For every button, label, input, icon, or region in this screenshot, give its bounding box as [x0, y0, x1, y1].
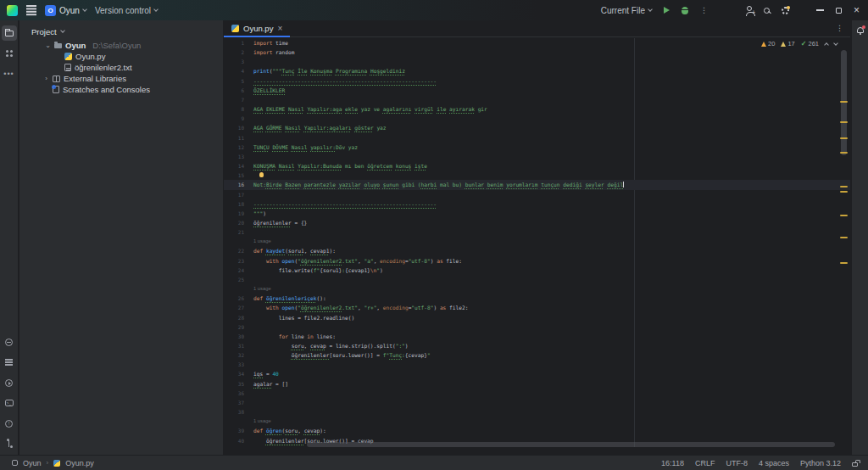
- line-number[interactable]: 23: [224, 256, 244, 266]
- usage-inlay[interactable]: 1 usage: [224, 417, 850, 426]
- line-number[interactable]: 9: [224, 114, 244, 123]
- code-line-39[interactable]: 39def öğren(soru, cevap):: [224, 426, 850, 435]
- warning-stripe-mark[interactable]: [840, 215, 848, 216]
- python-console-tool-button[interactable]: [2, 334, 17, 350]
- code-line-2[interactable]: 2import random: [224, 48, 850, 57]
- interpreter-selector[interactable]: Python 3.12: [800, 459, 841, 467]
- line-number[interactable]: 10: [224, 123, 244, 132]
- code-line-11[interactable]: 11: [224, 133, 850, 143]
- tree-item-external-libraries[interactable]: › External Libraries: [19, 73, 223, 84]
- code-line-32[interactable]: 32 öğrenilenler[soru.lower()] = f"Tunç:{…: [224, 350, 850, 360]
- code-line-36[interactable]: 36: [224, 389, 850, 398]
- code-line-31[interactable]: 31 soru, cevap = line.strip().split(":"): [224, 341, 850, 350]
- line-number[interactable]: 22: [224, 246, 244, 255]
- prev-problem-icon[interactable]: [824, 42, 829, 48]
- code-line-37[interactable]: 37: [224, 398, 850, 407]
- warning-stripe-mark[interactable]: [840, 152, 848, 154]
- code-line-13[interactable]: 13: [224, 152, 850, 161]
- python-packages-tool-button[interactable]: [2, 355, 17, 370]
- line-number[interactable]: 17: [224, 190, 244, 199]
- breadcrumb-project[interactable]: Oyun: [23, 459, 42, 467]
- line-number[interactable]: 20: [224, 218, 244, 227]
- window-maximize-button[interactable]: [836, 8, 842, 14]
- code-line-17[interactable]: 17: [224, 190, 850, 199]
- usage-inlay[interactable]: 1 usage: [224, 237, 850, 246]
- line-number[interactable]: 24: [224, 266, 244, 275]
- horizontal-scrollbar-thumb[interactable]: [307, 442, 835, 447]
- line-number[interactable]: 27: [224, 303, 244, 312]
- intention-bulb-icon[interactable]: [259, 172, 264, 177]
- line-number[interactable]: 38: [224, 407, 244, 417]
- warning-stripe-mark[interactable]: [840, 121, 848, 123]
- line-number[interactable]: 7: [224, 95, 244, 104]
- line-number[interactable]: 29: [224, 322, 244, 332]
- project-widget[interactable]: O Oyun: [45, 5, 86, 16]
- breadcrumb-file[interactable]: Oyun.py: [65, 459, 94, 467]
- line-number[interactable]: 32: [224, 350, 244, 360]
- structure-tool-button[interactable]: [2, 46, 17, 61]
- line-number[interactable]: 13: [224, 152, 244, 161]
- code-line-10[interactable]: 10AGA GÖRME Nasıl Yapılır:agaları göster…: [224, 123, 850, 132]
- line-number[interactable]: 11: [224, 133, 244, 143]
- code-line-25[interactable]: 25: [224, 275, 850, 284]
- code-line-4[interactable]: 4print("""Tunç İle Konuşma Programına Ho…: [224, 66, 850, 76]
- line-number[interactable]: 12: [224, 143, 244, 152]
- cursor-position[interactable]: 16:118: [661, 459, 684, 467]
- chevron-expanded-icon[interactable]: ⌄: [45, 42, 51, 49]
- line-number[interactable]: 36: [224, 389, 244, 398]
- line-number[interactable]: 37: [224, 398, 244, 407]
- line-number[interactable]: 21: [224, 227, 244, 237]
- readonly-lock-icon[interactable]: [852, 462, 858, 467]
- line-number[interactable]: 14: [224, 161, 244, 171]
- code-line-35[interactable]: 35agalar = []: [224, 379, 850, 389]
- code-line-27[interactable]: 27 with open("öğrenilenler2.txt", "r+", …: [224, 303, 850, 312]
- tab-oyun-py[interactable]: Oyun.py ×: [224, 20, 290, 36]
- encoding-selector[interactable]: UTF-8: [726, 459, 748, 467]
- code-line-6[interactable]: 6ÖZELLİKLER: [224, 86, 850, 95]
- run-configuration-selector[interactable]: Current File: [601, 6, 652, 15]
- line-number[interactable]: 5: [224, 76, 244, 86]
- code-line-26[interactable]: 26def öğrenilenleriçek():: [224, 294, 850, 303]
- code-line-21[interactable]: 21: [224, 227, 850, 237]
- inspections-widget[interactable]: 20 17 ✓ 261: [761, 40, 837, 48]
- version-control-tool-button[interactable]: [2, 436, 17, 451]
- code-with-me-icon[interactable]: +: [747, 6, 752, 11]
- line-number[interactable]: 33: [224, 360, 244, 369]
- line-number[interactable]: 16: [224, 180, 244, 189]
- code-line-12[interactable]: 12TUNÇU DÖVME Nasıl yapılır:Döv yaz: [224, 143, 850, 152]
- editor-options-icon[interactable]: ⋮: [836, 25, 843, 32]
- code-line-9[interactable]: 9: [224, 114, 850, 123]
- line-number[interactable]: 8: [224, 104, 244, 114]
- indent-selector[interactable]: 4 spaces: [759, 459, 789, 467]
- code-line-22[interactable]: 22def kaydet(soru1, cevap1):: [224, 246, 850, 255]
- code-line-24[interactable]: 24 file.write(f"{soru1}:{cevap1}\n"): [224, 266, 850, 275]
- services-tool-button[interactable]: [2, 375, 17, 390]
- warning-stripe-mark[interactable]: [840, 101, 848, 103]
- more-run-actions-icon[interactable]: ⋮: [700, 7, 708, 14]
- line-number[interactable]: 30: [224, 332, 244, 341]
- code-line-16[interactable]: 16Not:Birde Bazen parantezle yazılar olu…: [224, 180, 850, 189]
- code-line-8[interactable]: 8AGA EKLEME Nasıl Yapılır:aga ekle yaz v…: [224, 104, 850, 114]
- line-number[interactable]: 18: [224, 199, 244, 209]
- tree-item-oyun-py[interactable]: Oyun.py: [19, 51, 223, 62]
- more-tool-windows-button[interactable]: •••: [2, 66, 17, 81]
- project-panel-header[interactable]: Project: [19, 20, 223, 40]
- code-line-5[interactable]: 5---------------------------------------…: [224, 76, 850, 86]
- warning-stripe-mark[interactable]: [840, 262, 848, 264]
- chevron-collapsed-icon[interactable]: ›: [43, 75, 49, 82]
- code-line-28[interactable]: 28 lines = file2.readline(): [224, 313, 850, 322]
- code-line-23[interactable]: 23 with open("öğrenilenler2.txt", "a", e…: [224, 256, 850, 266]
- project-tool-button[interactable]: [2, 25, 17, 41]
- line-number[interactable]: 15: [224, 171, 244, 180]
- code-line-15[interactable]: 15: [224, 171, 850, 180]
- debug-button[interactable]: [682, 7, 688, 14]
- line-number[interactable]: 40: [224, 436, 244, 445]
- window-close-button[interactable]: ×: [854, 6, 860, 14]
- code-line-34[interactable]: 34iqs = 40: [224, 369, 850, 378]
- code-line-33[interactable]: 33: [224, 360, 850, 369]
- warning-stripe-mark[interactable]: [840, 237, 848, 238]
- code-line-1[interactable]: 1import time: [224, 38, 850, 48]
- line-number[interactable]: 31: [224, 341, 244, 350]
- line-number[interactable]: 6: [224, 86, 244, 95]
- code-line-18[interactable]: 18--------------------------------------…: [224, 199, 850, 209]
